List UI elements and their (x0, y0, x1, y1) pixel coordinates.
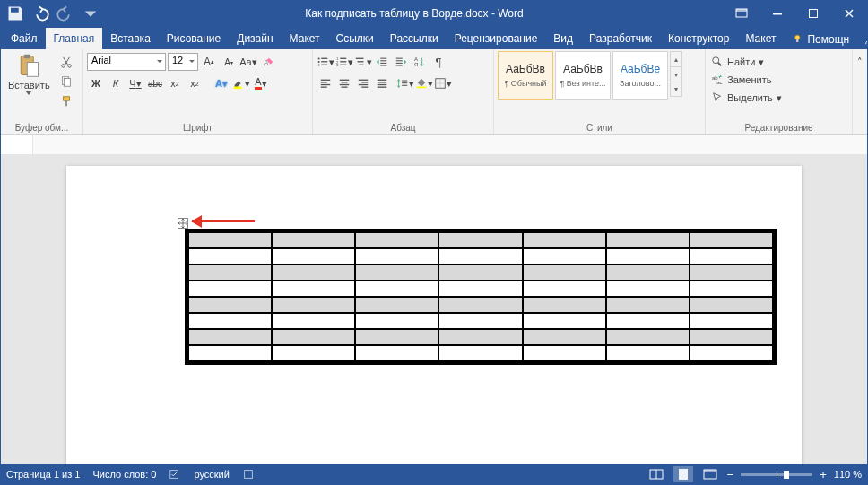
tab-design[interactable]: Дизайн (229, 28, 281, 49)
table-cell[interactable] (272, 281, 355, 297)
table-cell[interactable] (523, 264, 606, 281)
styles-gallery-scroll[interactable]: ▴ ▾ ▾ (670, 51, 682, 97)
document-table[interactable] (185, 229, 777, 365)
table-cell[interactable] (188, 281, 272, 297)
font-color-icon[interactable]: A▾ (252, 74, 270, 92)
tell-me-search[interactable]: Помощн (787, 30, 855, 49)
qat-customize-icon[interactable] (82, 4, 100, 22)
status-word-count[interactable]: Число слов: 0 (92, 469, 156, 480)
status-language[interactable]: русский (194, 469, 229, 480)
borders-icon[interactable]: ▾ (434, 74, 452, 92)
table-cell[interactable] (188, 297, 272, 313)
table-cell[interactable] (355, 264, 438, 281)
zoom-slider[interactable] (741, 473, 812, 476)
table-cell[interactable] (438, 248, 522, 264)
table-cell[interactable] (690, 281, 773, 297)
table-cell[interactable] (355, 248, 438, 264)
align-center-icon[interactable] (335, 74, 353, 92)
table-cell[interactable] (523, 297, 606, 313)
tab-home[interactable]: Главная (46, 28, 103, 49)
replace-button[interactable]: abac Заменить (709, 71, 773, 89)
table-cell[interactable] (523, 345, 606, 361)
table-cell[interactable] (355, 232, 438, 248)
table-cell[interactable] (690, 232, 773, 248)
zoom-out-button[interactable]: − (727, 468, 734, 481)
decrease-indent-icon[interactable] (373, 53, 391, 71)
table-row[interactable] (188, 232, 773, 248)
styles-scroll-down-icon[interactable]: ▾ (670, 66, 682, 82)
styles-expand-icon[interactable]: ▾ (670, 82, 682, 97)
italic-button[interactable]: К (107, 74, 125, 92)
shading-icon[interactable]: ▾ (415, 74, 433, 92)
subscript-icon[interactable]: x2 (166, 74, 184, 92)
justify-icon[interactable] (373, 74, 391, 92)
tab-table-design[interactable]: Конструктор (660, 28, 737, 49)
line-spacing-icon[interactable]: ▾ (396, 74, 414, 92)
table-cell[interactable] (188, 264, 272, 281)
find-button[interactable]: Найти ▾ (709, 53, 766, 71)
table-cell[interactable] (272, 232, 355, 248)
zoom-in-button[interactable]: + (820, 468, 827, 481)
ruler[interactable] (1, 135, 867, 155)
table-cell[interactable] (272, 264, 355, 281)
table-cell[interactable] (606, 232, 690, 248)
strikethrough-button[interactable]: abc (146, 74, 164, 92)
table-cell[interactable] (438, 281, 522, 297)
table-cell[interactable] (355, 281, 438, 297)
grow-font-icon[interactable]: A▴ (200, 53, 218, 71)
table-cell[interactable] (523, 281, 606, 297)
table-cell[interactable] (188, 329, 272, 345)
table-cell[interactable] (690, 248, 773, 264)
change-case-icon[interactable]: Aa▾ (239, 53, 257, 71)
tab-draw[interactable]: Рисование (159, 28, 229, 49)
tab-review[interactable]: Рецензирование (447, 28, 546, 49)
table-cell[interactable] (355, 345, 438, 361)
copy-icon[interactable] (57, 73, 75, 91)
table-cell[interactable] (606, 248, 690, 264)
paste-button[interactable]: Вставить (4, 51, 54, 97)
document-area[interactable] (1, 155, 867, 464)
tab-file[interactable]: Файл (3, 28, 46, 49)
status-page[interactable]: Страница 1 из 1 (6, 469, 80, 480)
tab-layout[interactable]: Макет (282, 28, 328, 49)
shrink-font-icon[interactable]: A▾ (220, 53, 238, 71)
tab-table-layout[interactable]: Макет (737, 28, 784, 49)
share-button[interactable] (855, 30, 868, 49)
table-row[interactable] (188, 281, 773, 297)
redo-icon[interactable] (56, 4, 74, 22)
table-cell[interactable] (606, 329, 690, 345)
table-cell[interactable] (438, 232, 522, 248)
bullets-icon[interactable]: ▾ (317, 53, 334, 71)
text-effects-icon[interactable]: A▾ (213, 74, 230, 92)
style-normal[interactable]: АаБбВв ¶ Обычный (498, 51, 553, 100)
save-icon[interactable] (6, 4, 24, 22)
table-cell[interactable] (438, 313, 522, 329)
table-cell[interactable] (438, 329, 522, 345)
table-cell[interactable] (355, 329, 438, 345)
table-cell[interactable] (690, 329, 773, 345)
maximize-icon[interactable] (795, 1, 831, 26)
view-print-layout-icon[interactable] (673, 466, 693, 482)
tab-view[interactable]: Вид (545, 28, 581, 49)
status-proofing-icon[interactable] (169, 468, 181, 481)
view-read-mode-icon[interactable] (647, 466, 666, 482)
underline-button[interactable]: Ч▾ (126, 74, 144, 92)
sort-icon[interactable]: AЯ (411, 53, 429, 71)
table-cell[interactable] (523, 248, 606, 264)
table-cell[interactable] (188, 345, 272, 361)
font-name-select[interactable]: Arial (87, 53, 166, 71)
status-macro-icon[interactable] (242, 468, 255, 481)
bold-button[interactable]: Ж (87, 74, 105, 92)
align-left-icon[interactable] (317, 74, 334, 92)
superscript-icon[interactable]: x2 (186, 74, 204, 92)
table-cell[interactable] (272, 313, 355, 329)
table-cell[interactable] (188, 248, 272, 264)
table-row[interactable] (188, 248, 773, 264)
table-cell[interactable] (606, 297, 690, 313)
table-cell[interactable] (272, 345, 355, 361)
table-cell[interactable] (188, 232, 272, 248)
align-right-icon[interactable] (354, 74, 372, 92)
table-cell[interactable] (438, 345, 522, 361)
table-cell[interactable] (606, 264, 690, 281)
tab-insert[interactable]: Вставка (102, 28, 159, 49)
